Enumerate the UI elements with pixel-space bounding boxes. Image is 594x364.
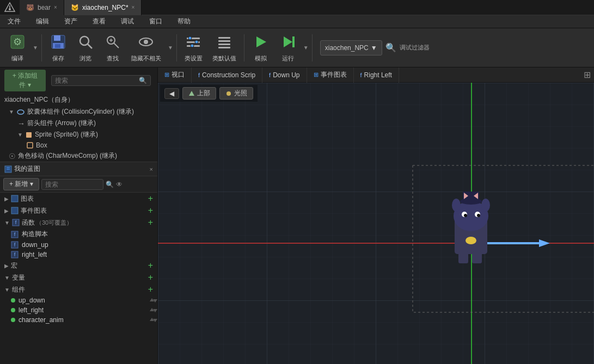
find-button[interactable]: 查找 — [100, 30, 126, 65]
function-item-right-left[interactable]: f right_left — [0, 250, 157, 260]
var-item-character-anim[interactable]: character_anim — [0, 315, 157, 325]
construction-tab-icon: f — [198, 72, 200, 78]
svg-rect-37 — [11, 207, 18, 214]
tab-expand-icon[interactable]: ⊞ — [584, 70, 591, 80]
grid-canvas — [158, 83, 594, 364]
simulate-button[interactable]: 模拟 — [248, 30, 274, 65]
tab-bear[interactable]: 🐻 bear × — [20, 0, 64, 15]
section-event-graphs[interactable]: ▶ 事件图表 + — [0, 205, 157, 217]
add-event-graph-button[interactable]: + — [148, 206, 153, 215]
class-default-button[interactable]: 类默认值 — [208, 30, 241, 65]
svg-point-30 — [17, 110, 24, 114]
bp-search-icon[interactable]: 🔍 — [106, 181, 114, 188]
tab-right-left[interactable]: f Right Left — [354, 67, 399, 83]
save-button[interactable]: 保存 — [45, 30, 71, 65]
var-item-left-right[interactable]: left_right — [0, 305, 157, 315]
blueprint-title-label: 我的蓝图 — [14, 164, 40, 174]
toolbar-search-icon[interactable]: 🔍 — [385, 42, 396, 53]
section-variables[interactable]: ▼ 变量 + — [0, 272, 157, 283]
macros-label: 宏 — [11, 261, 17, 270]
add-component-button[interactable]: + 添加组件 ▾ — [4, 70, 46, 91]
new-button[interactable]: + 新增 ▾ — [3, 178, 39, 190]
add-macro-button[interactable]: + — [148, 261, 153, 270]
up-button[interactable]: 上部 — [182, 87, 216, 100]
npc-dropdown-arrow: ▼ — [371, 44, 377, 52]
tab-construction-script[interactable]: f Construction Scrip — [192, 67, 262, 83]
tree-item-capsule[interactable]: ▼ 胶囊体组件 (CollisionCylinder) (继承) — [0, 106, 157, 118]
function-item-down-up[interactable]: f down_up — [0, 240, 157, 250]
compile-dropdown-arrow[interactable]: ▼ — [33, 45, 38, 51]
tree-item-charmove[interactable]: ☉ 角色移动 (CharMoveComp) (继承) — [0, 150, 157, 162]
tree-item-box[interactable]: Box — [0, 140, 157, 150]
functions-label: 函数 — [22, 218, 35, 227]
run-label: 运行 — [282, 54, 294, 63]
tree-item-sprite[interactable]: ▼ Sprite (Sprite0) (继承) — [0, 129, 157, 140]
browse-button[interactable]: 浏览 — [72, 30, 99, 65]
tab-viewport-main[interactable]: ⊞ 视口 — [158, 67, 192, 83]
svg-rect-31 — [26, 132, 32, 138]
class-settings-button[interactable]: 类设置 — [180, 30, 207, 65]
tab-event-graph[interactable]: ⊞ 事件图表 — [307, 67, 354, 83]
var-item-up-down[interactable]: up_down — [0, 295, 157, 305]
up-button-icon — [188, 90, 195, 97]
function-item-construction[interactable]: f 构造脚本 — [0, 229, 157, 240]
tree-item-arrow[interactable]: → 箭头组件 (Arrow) (继承) — [0, 118, 157, 129]
up-down-arrows — [150, 298, 157, 303]
hide-button[interactable]: 隐藏不相关 — [127, 30, 166, 65]
viewport-dropdown-left[interactable]: ◀ — [164, 88, 179, 99]
run-button[interactable]: 运行 — [275, 30, 301, 65]
sep-3 — [244, 34, 244, 61]
construction-tab-label: Construction Scrip — [202, 71, 255, 79]
tab-bear-close[interactable]: × — [54, 4, 57, 10]
npc-dropdown[interactable]: xiaochen_NPC ▼ — [320, 40, 382, 55]
capsule-icon — [16, 108, 25, 116]
box-label: Box — [36, 141, 47, 149]
bp-eye-icon[interactable]: 👁 — [116, 181, 123, 188]
hide-dropdown-arrow[interactable]: ▼ — [168, 45, 173, 51]
tab-npc-close[interactable]: × — [132, 4, 135, 10]
run-dropdown-arrow[interactable]: ▼ — [303, 45, 309, 51]
event-graphs-icon — [11, 207, 19, 214]
titlebar: 🐻 bear × 🐱 xiaochen_NPC* × — [0, 0, 594, 15]
compile-button[interactable]: ⚙ 编译 — [4, 30, 30, 65]
add-variable-button[interactable]: + — [148, 273, 153, 282]
section-macros[interactable]: ▶ 宏 + — [0, 260, 157, 272]
functions-toggle: ▼ — [4, 220, 10, 226]
filter-label: 调试过滤器 — [400, 44, 430, 52]
simulate-label: 模拟 — [255, 54, 267, 63]
variables-label: 变量 — [12, 273, 25, 282]
light-button[interactable]: 光照 — [219, 87, 253, 100]
blueprint-close[interactable]: × — [150, 166, 153, 172]
add-graph-button[interactable]: + — [148, 194, 153, 203]
section-graphs[interactable]: ▶ 图表 + — [0, 193, 157, 205]
toolbar: ⚙ 编译 ▼ 保存 浏览 — [0, 28, 594, 67]
box-icon — [26, 141, 34, 149]
svg-point-16 — [144, 40, 148, 44]
class-settings-label: 类设置 — [185, 54, 203, 63]
tab-down-up[interactable]: f Down Up — [262, 67, 307, 83]
down-up-label: down_up — [22, 241, 48, 249]
menu-file[interactable]: 文件 — [4, 16, 24, 27]
viewport-tab-icon: ⊞ — [164, 71, 169, 78]
svg-rect-8 — [55, 44, 60, 48]
menu-edit[interactable]: 编辑 — [33, 16, 52, 27]
section-components[interactable]: ▼ 组件 + — [0, 283, 157, 295]
add-function-button[interactable]: + — [148, 218, 153, 227]
light-button-label: 光照 — [234, 89, 247, 98]
blueprint-search-input[interactable] — [45, 181, 100, 188]
menu-view[interactable]: 查看 — [89, 16, 109, 27]
svg-rect-36 — [11, 195, 18, 202]
menu-help[interactable]: 帮助 — [174, 16, 194, 27]
component-root[interactable]: xiaochen_NPC（自身） — [0, 94, 157, 106]
tab-xiaochen-npc[interactable]: 🐱 xiaochen_NPC* × — [64, 0, 142, 15]
component-search-input[interactable] — [55, 77, 137, 84]
compile-icon: ⚙ — [9, 33, 26, 53]
add-component-var-button[interactable]: + — [148, 285, 153, 294]
blueprint-title: 我的蓝图 — [4, 164, 40, 174]
menu-window[interactable]: 窗口 — [146, 16, 166, 27]
charmove-label: 角色移动 (CharMoveComp) (继承) — [18, 151, 117, 161]
section-functions[interactable]: ▼ f 函数 （30可覆盖） + — [0, 217, 157, 229]
tab-npc-label: xiaochen_NPC* — [82, 4, 128, 11]
menu-assets[interactable]: 资产 — [61, 16, 81, 27]
menu-debug[interactable]: 调试 — [118, 16, 137, 27]
